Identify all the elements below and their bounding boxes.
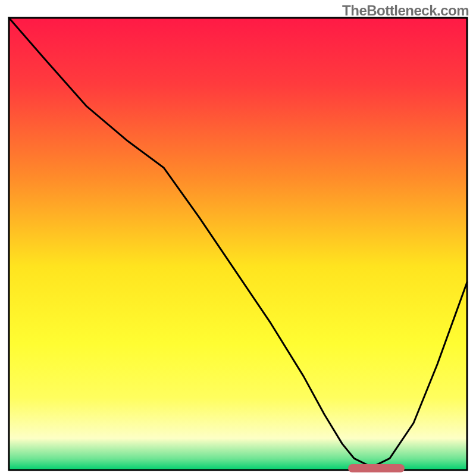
bottleneck-plot <box>0 0 476 476</box>
plot-background <box>9 18 467 470</box>
chart-stage: TheBottleneck.com <box>0 0 476 476</box>
optimal-range-bar <box>348 464 405 472</box>
